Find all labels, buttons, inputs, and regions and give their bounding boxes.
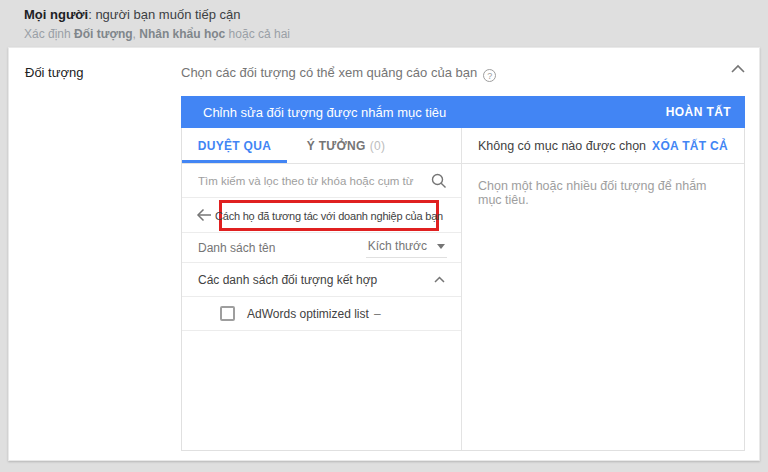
audience-picker: DUYỆT QUA Ý TƯỞNG (0) [181, 128, 745, 451]
tab-ideas[interactable]: Ý TƯỞNG (0) [287, 128, 405, 163]
step-subtitle-bold1: Đối tượng [74, 27, 133, 41]
tab-bar: DUYỆT QUA Ý TƯỞNG (0) [182, 128, 461, 164]
step-header: Mọi người: người bạn muốn tiếp cận Xác đ… [24, 7, 290, 41]
list-header-row: Danh sách tên Kích thước [182, 233, 461, 263]
list-item: AdWords optimized list – [182, 297, 461, 331]
active-tab-indicator [182, 160, 287, 163]
tab-ideas-label: Ý TƯỞNG [307, 139, 366, 153]
sort-label: Kích thước [368, 239, 427, 253]
section-combined-lists[interactable]: Các danh sách đối tượng kết hợp [182, 263, 461, 297]
help-icon[interactable]: ? [483, 69, 496, 82]
search-icon[interactable] [431, 173, 447, 189]
step-title: Mọi người: người bạn muốn tiếp cận [24, 7, 290, 22]
search-input[interactable] [198, 175, 431, 187]
chevron-up-icon[interactable] [731, 64, 745, 73]
selection-panel: Không có mục nào được chọn XÓA TẤT CẢ Ch… [462, 128, 744, 450]
tab-browse-label: DUYỆT QUA [198, 139, 271, 153]
step-title-rest: : người bạn muốn tiếp cận [88, 7, 240, 22]
step-subtitle-suffix: hoặc cả hai [225, 27, 290, 41]
breadcrumb-row: Cách họ đã tương tác với doanh nghiệp củ… [182, 198, 461, 233]
section-title: Các danh sách đối tượng kết hợp [198, 273, 377, 287]
search-row [182, 164, 461, 198]
caret-down-icon [437, 244, 445, 249]
checkbox[interactable] [220, 306, 235, 321]
arrow-left-icon[interactable] [196, 207, 213, 223]
list-item-size: – [374, 307, 381, 321]
step-subtitle-bold2: Nhân khẩu học [139, 27, 225, 41]
selection-empty-message: Chọn một hoặc nhiều đối tượng để nhắm mụ… [462, 164, 744, 222]
sort-dropdown[interactable]: Kích thước [366, 237, 447, 258]
card-row-title-text: Chọn các đối tượng có thể xem quảng cáo … [181, 65, 477, 80]
audience-card: Đối tượng Chọn các đối tượng có thể xem … [8, 47, 760, 461]
screen: Mọi người: người bạn muốn tiếp cận Xác đ… [0, 0, 768, 472]
card-row-label: Đối tượng [25, 65, 83, 80]
done-button[interactable]: HOÀN TẤT [666, 105, 731, 119]
editor-header: Chỉnh sửa đối tượng được nhắm mục tiêu H… [181, 96, 745, 128]
tab-ideas-count: (0) [370, 139, 386, 153]
card-row-title: Chọn các đối tượng có thể xem quảng cáo … [181, 65, 496, 82]
highlight-box: Cách họ đã tương tác với doanh nghiệp củ… [219, 200, 439, 231]
list-item-label[interactable]: AdWords optimized list [247, 307, 369, 321]
browse-panel: DUYỆT QUA Ý TƯỞNG (0) [182, 128, 462, 450]
selection-status: Không có mục nào được chọn [478, 139, 646, 153]
step-subtitle: Xác định Đối tượng, Nhân khẩu học hoặc c… [24, 27, 290, 41]
selection-header: Không có mục nào được chọn XÓA TẤT CẢ [462, 128, 744, 164]
tab-browse[interactable]: DUYỆT QUA [182, 128, 287, 163]
editor-title: Chỉnh sửa đối tượng được nhắm mục tiêu [203, 105, 446, 120]
clear-all-button[interactable]: XÓA TẤT CẢ [652, 139, 728, 153]
breadcrumb-label[interactable]: Cách họ đã tương tác với doanh nghiệp củ… [215, 210, 443, 222]
list-header-label: Danh sách tên [198, 241, 275, 255]
step-subtitle-prefix: Xác định [24, 27, 74, 41]
step-title-bold: Mọi người [24, 7, 88, 22]
chevron-up-icon[interactable] [434, 276, 445, 283]
card-main: Chọn các đối tượng có thể xem quảng cáo … [181, 48, 745, 460]
